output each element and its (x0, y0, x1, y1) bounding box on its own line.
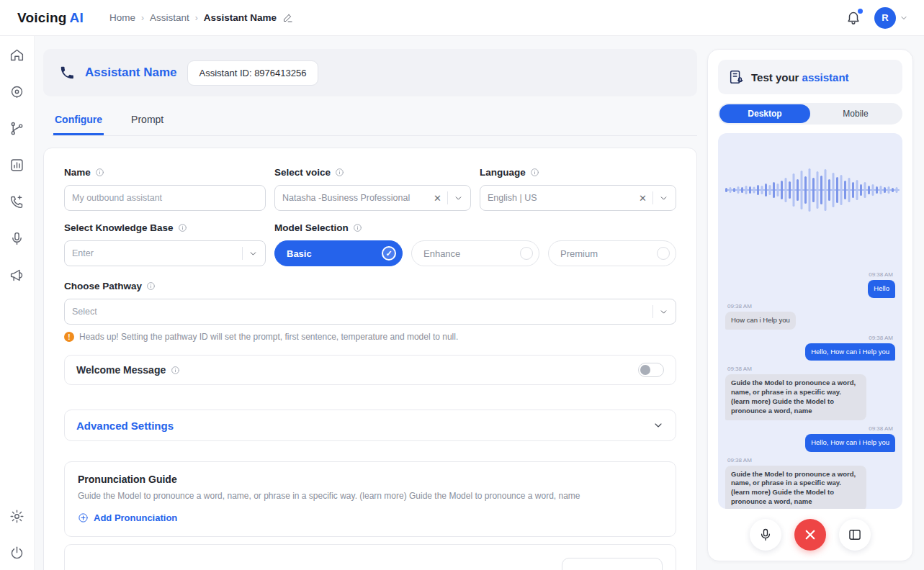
chat-bubble-user: Guide the Model to pronounce a word, nam… (725, 466, 866, 510)
welcome-message-toggle[interactable] (638, 363, 664, 377)
info-icon (171, 366, 180, 375)
message-time: 09:38 AM (727, 303, 893, 309)
message-time: 09:38 AM (727, 271, 893, 278)
logo-accent: AI (70, 10, 84, 25)
chevron-down-icon[interactable] (652, 420, 664, 431)
breadcrumb-assistant[interactable]: Assistant (150, 12, 189, 23)
model-selection-label: Model Selection (274, 222, 349, 233)
user-menu[interactable]: R (874, 7, 908, 29)
pathway-icon[interactable] (9, 119, 26, 137)
language-select[interactable]: ✕ (480, 185, 676, 211)
mic-button[interactable] (750, 519, 781, 551)
test-assistant-icon (728, 69, 744, 85)
knowledge-base-placeholder: Enter (72, 248, 236, 258)
topbar: VoicingAI Home › Assistant › Assistant N… (0, 0, 924, 36)
test-panel-header: Test your assistant (718, 60, 902, 94)
message-time: 09:38 AM (727, 425, 893, 432)
pronunciation-title: Pronunciation Guide (78, 474, 663, 485)
chat-bubble-user: Guide the Model to pronounce a word, nam… (725, 374, 866, 420)
breadcrumb-separator: › (195, 13, 198, 23)
info-icon (530, 168, 539, 177)
assistant-id-badge: Assistant ID: 8976413256 (187, 60, 319, 86)
tab-desktop[interactable]: Desktop (719, 104, 810, 123)
message-time: 09:38 AM (727, 457, 893, 463)
warning-icon: ! (64, 332, 74, 342)
model-option-basic[interactable]: Basic ✓ (274, 240, 403, 266)
chevron-down-icon[interactable] (248, 249, 258, 258)
end-call-button[interactable] (794, 519, 826, 551)
model-option-premium[interactable]: Premium (548, 240, 676, 266)
pathway-warning-text: Heads up! Setting the pathway ID will se… (79, 332, 458, 342)
analytics-icon[interactable] (9, 156, 26, 173)
waveform-visualization (725, 165, 900, 215)
tab-mobile[interactable]: Mobile (810, 104, 901, 123)
device-toggle: Desktop Mobile (718, 103, 902, 125)
settings-gear-icon[interactable] (9, 507, 26, 525)
tab-prompt[interactable]: Prompt (130, 108, 165, 135)
chevron-down-icon (900, 14, 908, 22)
tab-configure[interactable]: Configure (53, 108, 104, 135)
logout-power-icon[interactable] (9, 544, 26, 561)
campaign-icon[interactable] (9, 266, 26, 284)
notifications-bell-icon[interactable] (845, 9, 863, 27)
pathway-select[interactable]: Select (64, 299, 676, 325)
phone-icon (59, 65, 75, 81)
voice-select[interactable]: ✕ (274, 185, 471, 211)
partial-button[interactable] (562, 558, 663, 570)
name-input[interactable] (72, 193, 258, 203)
test-panel-title: Test your assistant (751, 71, 849, 83)
calls-icon[interactable] (9, 193, 26, 210)
model-option-enhance[interactable]: Enhance (411, 240, 539, 266)
voice-icon[interactable] (9, 230, 26, 247)
recordings-icon[interactable] (9, 83, 26, 100)
voice-input[interactable] (282, 193, 428, 203)
radio-icon (657, 247, 670, 260)
info-icon (335, 168, 344, 177)
avatar[interactable]: R (874, 7, 896, 29)
name-input-wrap (64, 185, 266, 211)
test-title-prefix: Test your (751, 71, 802, 83)
voice-label: Select voice (274, 167, 331, 178)
notification-dot (858, 9, 863, 14)
language-label: Language (480, 167, 526, 178)
advanced-settings-row[interactable]: Advanced Settings (64, 410, 676, 441)
add-pronunciation-label: Add Pronunciation (94, 512, 177, 523)
breadcrumb-home[interactable]: Home (109, 12, 135, 23)
edit-name-icon[interactable] (282, 12, 293, 23)
monitor-icon (848, 528, 862, 542)
info-icon (353, 223, 362, 232)
page-title: Assistant Name (85, 65, 177, 80)
breadcrumb-separator: › (141, 13, 144, 23)
clear-language-icon[interactable]: ✕ (639, 194, 647, 203)
add-pronunciation-button[interactable]: Add Pronunciation (78, 512, 177, 523)
chat-bubble-user: How can i Help you (725, 312, 796, 330)
radio-icon (520, 247, 533, 260)
pronunciation-section: Pronunciation Guide Guide the Model to p… (64, 461, 676, 537)
breadcrumb-current: Assistant Name (204, 12, 277, 23)
language-input[interactable] (488, 193, 633, 203)
knowledge-base-select[interactable]: Enter (64, 240, 266, 266)
message-time: 09:38 AM (727, 335, 893, 341)
breadcrumb: Home › Assistant › Assistant Name (109, 12, 293, 23)
info-icon (95, 168, 104, 177)
keyboard-panel-button[interactable] (839, 519, 871, 551)
knowledge-base-label: Select Knowledge Base (64, 222, 174, 233)
chevron-down-icon[interactable] (659, 194, 668, 203)
chat-area: 09:38 AM Hello 09:38 AM How can i Help y… (718, 133, 902, 509)
message-time: 09:38 AM (727, 366, 893, 372)
test-title-accent: assistant (802, 71, 849, 83)
clear-voice-icon[interactable]: ✕ (434, 194, 441, 203)
test-assistant-panel: Test your assistant Desktop Mobile 09:38… (707, 49, 913, 561)
assistant-header: Assistant Name Assistant ID: 8976413256 (43, 49, 697, 96)
info-icon (178, 223, 187, 232)
pronunciation-description: Guide the Model to pronounce a word, nam… (78, 491, 663, 501)
advanced-settings-label: Advanced Settings (76, 420, 174, 432)
app-logo: VoicingAI (17, 10, 84, 26)
model-option-label: Premium (560, 248, 598, 259)
sidebar (0, 36, 35, 570)
chat-bubble-assistant: Hello, How can i Help you (805, 434, 895, 452)
tab-bar: Configure Prompt (52, 108, 697, 136)
home-icon[interactable] (9, 46, 26, 63)
chevron-down-icon[interactable] (659, 307, 668, 317)
chevron-down-icon[interactable] (454, 194, 463, 203)
